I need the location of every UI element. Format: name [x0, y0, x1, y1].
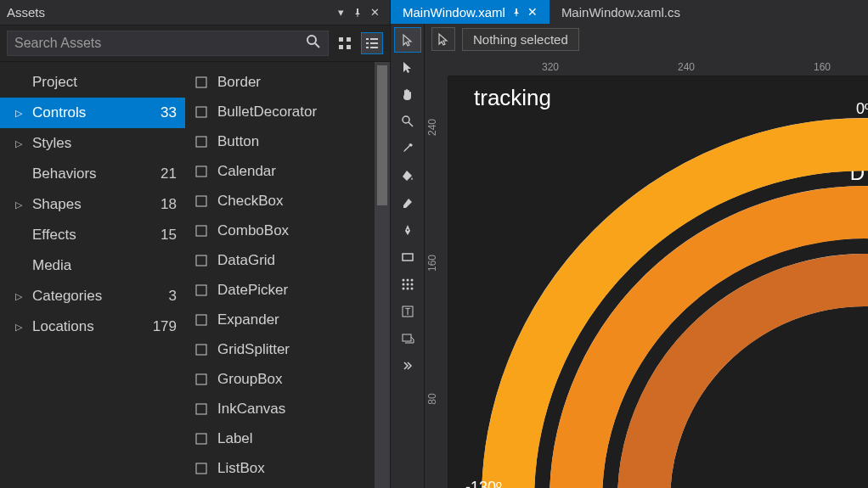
tab[interactable]: MainWindow.xaml.cs — [550, 0, 692, 24]
category-label: Effects — [32, 227, 161, 244]
panel-header: Assets ▾ ✕ — [0, 0, 390, 25]
category-label: Media — [32, 257, 177, 274]
tool-direct-selection[interactable] — [394, 54, 421, 80]
close-icon[interactable]: ✕ — [527, 5, 538, 19]
assets-panel: Assets ▾ ✕ Search Assets Project▷Control… — [0, 0, 391, 488]
tool-text-icon[interactable]: T — [394, 299, 421, 324]
control-item[interactable]: Calendar — [185, 156, 390, 186]
svg-point-35 — [402, 288, 404, 290]
category-item[interactable]: Media — [0, 250, 185, 281]
search-icon[interactable] — [306, 34, 321, 53]
control-item[interactable]: GroupBox — [185, 364, 390, 394]
category-count: 18 — [161, 196, 177, 213]
category-item[interactable]: ▷Categories3 — [0, 281, 185, 311]
svg-rect-16 — [196, 196, 206, 206]
tool-eyedropper-icon[interactable] — [394, 136, 421, 161]
combobox-icon — [194, 223, 209, 238]
tool-paint-bucket-icon[interactable] — [394, 163, 421, 188]
search-placeholder: Search Assets — [14, 36, 306, 51]
tool-eraser-icon[interactable] — [394, 190, 421, 216]
control-label: GridSplitter — [217, 341, 290, 358]
ruler-vertical: 240160800 — [425, 76, 448, 488]
control-item[interactable]: CheckBox — [185, 186, 390, 216]
control-item[interactable]: Button — [185, 126, 390, 156]
svg-rect-14 — [196, 137, 206, 147]
control-label: Calendar — [217, 163, 276, 180]
bullet-icon — [194, 104, 209, 120]
control-item[interactable]: Expander — [185, 305, 390, 334]
datepicker-icon — [194, 283, 209, 298]
svg-point-32 — [402, 283, 404, 286]
selection-bar: Nothing selected — [431, 27, 579, 51]
expander-icon — [194, 312, 209, 328]
pin-icon[interactable] — [512, 5, 521, 20]
dropdown-icon[interactable]: ▾ — [332, 4, 349, 21]
grid-view-button[interactable] — [334, 32, 356, 54]
svg-point-29 — [402, 279, 404, 282]
svg-line-1 — [315, 43, 319, 48]
category-count: 3 — [169, 288, 177, 305]
datagrid-icon — [194, 253, 209, 268]
category-item[interactable]: ▷Styles — [0, 128, 185, 159]
svg-rect-23 — [196, 404, 206, 414]
selection-cursor-icon[interactable] — [431, 27, 455, 51]
control-item[interactable]: InkCanvas — [185, 394, 390, 423]
category-label: Behaviors — [32, 165, 161, 182]
calendar-icon — [194, 164, 209, 179]
category-label: Locations — [32, 318, 153, 335]
tool-more-chevrons-icon[interactable] — [394, 353, 421, 379]
control-label: InkCanvas — [217, 401, 285, 418]
control-label: BulletDecorator — [217, 104, 317, 121]
panel-title: Assets — [7, 5, 332, 20]
category-item[interactable]: Behaviors21 — [0, 159, 185, 189]
category-item[interactable]: Project — [0, 67, 185, 98]
tool-pen-icon[interactable] — [394, 217, 421, 243]
chevron-right-icon: ▷ — [15, 138, 27, 149]
gauge-label-top: 0º — [856, 100, 868, 118]
list-view-button[interactable] — [361, 32, 383, 54]
control-item[interactable]: ListBox — [185, 453, 390, 483]
tab[interactable]: MainWindow.xaml✕ — [391, 0, 550, 24]
tool-asset-icon[interactable] — [394, 326, 421, 351]
control-label: GroupBox — [217, 371, 283, 388]
svg-rect-21 — [196, 345, 206, 355]
pin-icon[interactable] — [349, 4, 366, 21]
control-item[interactable]: BulletDecorator — [185, 97, 390, 126]
design-canvas[interactable]: tracking D 0º -130º — [448, 76, 868, 488]
ruler-tick: 80 — [426, 393, 438, 404]
search-input[interactable]: Search Assets — [7, 31, 329, 56]
scrollbar[interactable] — [375, 62, 390, 488]
inkcanvas-icon — [194, 401, 209, 417]
control-item[interactable]: DatePicker — [185, 275, 390, 305]
svg-rect-40 — [403, 334, 411, 341]
category-item[interactable]: Effects15 — [0, 220, 185, 250]
tool-zoom-magnifier-icon[interactable] — [394, 109, 421, 134]
scrollbar-thumb[interactable] — [377, 65, 387, 205]
tool-rectangle-icon[interactable] — [394, 244, 421, 270]
category-label: Shapes — [32, 196, 161, 213]
svg-rect-8 — [366, 42, 369, 44]
category-item[interactable]: ▷Controls33 — [0, 98, 185, 128]
control-item[interactable]: DataGrid — [185, 245, 390, 275]
svg-rect-10 — [366, 47, 369, 48]
control-item[interactable]: Border — [185, 67, 390, 97]
panel-body: Project▷Controls33▷StylesBehaviors21▷Sha… — [0, 62, 390, 488]
tool-pan-hand-icon[interactable] — [394, 81, 421, 107]
svg-rect-20 — [196, 315, 206, 325]
tool-layout-grid-icon[interactable] — [394, 272, 421, 297]
control-item[interactable]: Label — [185, 423, 390, 453]
svg-rect-24 — [196, 434, 206, 444]
search-row: Search Assets — [0, 25, 390, 62]
svg-rect-5 — [347, 45, 351, 49]
category-item[interactable]: ▷Locations179 — [0, 311, 185, 342]
groupbox-icon — [194, 372, 209, 387]
category-count: 21 — [161, 165, 177, 182]
chevron-right-icon: ▷ — [15, 108, 27, 119]
tool-selection-arrow-outline[interactable] — [394, 27, 421, 53]
svg-rect-3 — [347, 37, 351, 42]
category-item[interactable]: ▷Shapes18 — [0, 189, 185, 220]
close-icon[interactable]: ✕ — [366, 4, 383, 21]
border-icon — [194, 75, 209, 90]
control-item[interactable]: ComboBox — [185, 216, 390, 245]
control-item[interactable]: GridSplitter — [185, 334, 390, 364]
